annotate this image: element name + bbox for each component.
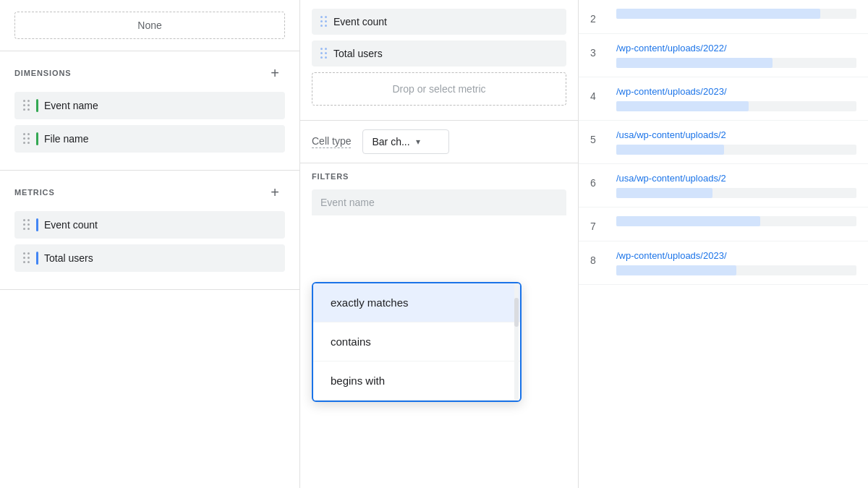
row-number: 8 (590, 250, 605, 266)
drag-handle-icon (23, 252, 30, 264)
add-dimension-button[interactable]: + (265, 63, 285, 83)
row-url: /usa/wp-content/uploads/2 (616, 129, 856, 140)
scrollbar-thumb (514, 298, 519, 327)
right-panel: 2 3 /wp-content/uploads/2022/ 4 /wp-cont… (579, 0, 868, 488)
bar (616, 216, 760, 226)
bar-container (616, 188, 856, 198)
drag-handle-icon (23, 100, 30, 111)
drag-handle-icon (23, 219, 30, 231)
app-layout: None DIMENSIONS + Event name File name (0, 0, 868, 488)
row-url: /wp-content/uploads/2022/ (616, 43, 856, 53)
drag-handle-icon (320, 16, 328, 27)
row-content: /usa/wp-content/uploads/2 (616, 129, 856, 155)
dropdown-item-begins-with[interactable]: begins with (313, 361, 520, 401)
row-content: /wp-content/uploads/2023/ (616, 250, 856, 275)
dimensions-header: DIMENSIONS + (14, 63, 285, 83)
dimensions-section: DIMENSIONS + Event name File name (0, 51, 299, 171)
cell-type-select[interactable]: Bar ch... ▾ (362, 129, 449, 154)
row-content: /wp-content/uploads/2022/ (616, 43, 856, 68)
dimension-item-file-name[interactable]: File name (14, 125, 285, 153)
cell-type-row: Cell type Bar ch... ▾ (300, 121, 578, 163)
filter-input[interactable]: Event name (312, 189, 566, 215)
bar (616, 188, 712, 198)
metric-chip-label: Total users (333, 48, 383, 59)
none-button[interactable]: None (14, 12, 285, 39)
bar-container (616, 9, 856, 19)
drag-handle-icon (23, 133, 30, 145)
drag-handle-icon (320, 48, 328, 59)
metrics-chips-section: Event count Total users Drop or select m… (300, 0, 578, 121)
table-row: 6 /usa/wp-content/uploads/2 (579, 164, 868, 207)
bar-container (616, 58, 856, 68)
table-row: 3 /wp-content/uploads/2022/ (579, 34, 868, 77)
table-row: 5 /usa/wp-content/uploads/2 (579, 121, 868, 164)
bar (616, 58, 773, 68)
table-row: 4 /wp-content/uploads/2023/ (579, 77, 868, 121)
left-panel: None DIMENSIONS + Event name File name (0, 0, 300, 488)
row-url: /usa/wp-content/uploads/2 (616, 173, 856, 184)
row-number: 3 (590, 43, 605, 59)
metric-label: Event count (44, 219, 98, 231)
none-section: None (0, 0, 299, 51)
row-number: 4 (590, 86, 605, 102)
table-row: 2 (579, 0, 868, 34)
metrics-title: METRICS (14, 188, 55, 197)
metrics-header: METRICS + (14, 182, 285, 202)
row-content (616, 9, 856, 19)
dimensions-title: DIMENSIONS (14, 69, 71, 77)
add-metric-button[interactable]: + (265, 182, 285, 202)
filters-section: FILTERS Event name (300, 163, 578, 215)
table-row: 8 /wp-content/uploads/2023/ (579, 241, 868, 285)
metric-label: Total users (44, 252, 93, 264)
metric-color-bar (36, 218, 38, 231)
bar (616, 145, 724, 155)
row-content: /wp-content/uploads/2023/ (616, 86, 856, 111)
cell-type-value: Bar ch... (372, 136, 409, 147)
bar (616, 9, 820, 19)
filters-title: FILTERS (312, 172, 566, 181)
dimension-label: File name (44, 133, 88, 145)
row-number: 6 (590, 173, 605, 189)
row-url: /wp-content/uploads/2023/ (616, 86, 856, 97)
chevron-down-icon: ▾ (416, 137, 420, 147)
metric-chip-event-count[interactable]: Event count (312, 9, 566, 35)
row-number: 2 (590, 9, 605, 25)
dropdown-item-contains[interactable]: contains (313, 322, 520, 361)
row-content (616, 216, 856, 226)
row-url: /wp-content/uploads/2023/ (616, 250, 856, 261)
bar-container (616, 216, 856, 226)
table-row: 7 (579, 207, 868, 241)
dropdown-item-exactly-matches[interactable]: exactly matches (313, 283, 520, 322)
dimension-label: Event name (44, 100, 98, 111)
drop-zone[interactable]: Drop or select metric (312, 72, 566, 106)
bar (616, 265, 736, 275)
dimension-color-bar (36, 99, 38, 112)
dimension-item-event-name[interactable]: Event name (14, 92, 285, 119)
row-number: 5 (590, 129, 605, 145)
scrollbar (514, 283, 519, 401)
metric-item-total-users[interactable]: Total users (14, 244, 285, 272)
metric-item-event-count[interactable]: Event count (14, 211, 285, 239)
metric-color-bar (36, 252, 38, 265)
row-content: /usa/wp-content/uploads/2 (616, 173, 856, 198)
dimension-color-bar (36, 132, 38, 145)
bar-container (616, 265, 856, 275)
metric-chip-label: Event count (333, 16, 387, 27)
cell-type-label: Cell type (312, 135, 351, 148)
middle-panel: Event count Total users Drop or select m… (300, 0, 579, 488)
bar-container (616, 101, 856, 111)
bar (616, 101, 749, 111)
row-number: 7 (590, 216, 605, 232)
metric-chip-total-users[interactable]: Total users (312, 40, 566, 67)
metrics-section: METRICS + Event count Total users (0, 171, 299, 290)
bar-container (616, 145, 856, 155)
filter-dropdown: exactly matches contains begins with (312, 282, 522, 402)
